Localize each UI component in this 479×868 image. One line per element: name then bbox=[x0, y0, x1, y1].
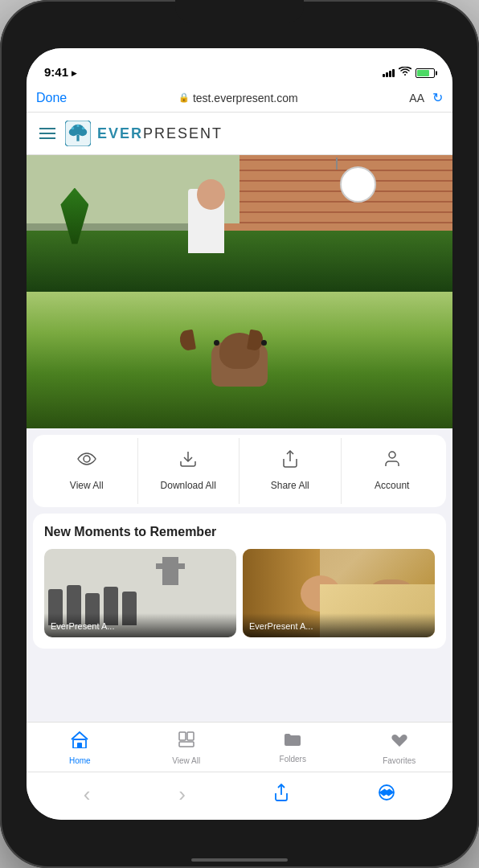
svg-rect-4 bbox=[76, 135, 79, 141]
forward-button[interactable]: › bbox=[169, 779, 195, 810]
battery-fill bbox=[417, 70, 429, 76]
svg-point-8 bbox=[84, 456, 90, 462]
content-area[interactable]: View All Download All bbox=[27, 155, 452, 722]
url-text: test.everpresent.com bbox=[193, 92, 298, 104]
download-all-button[interactable]: Download All bbox=[138, 438, 240, 504]
share-button[interactable] bbox=[264, 780, 299, 809]
account-label: Account bbox=[375, 480, 409, 493]
view-all-tab-icon bbox=[178, 731, 195, 753]
tab-favorites-label: Favorites bbox=[383, 756, 416, 765]
action-buttons: View All Download All bbox=[33, 435, 446, 507]
refresh-button[interactable]: ↻ bbox=[432, 90, 443, 105]
svg-point-2 bbox=[69, 129, 78, 137]
phone-frame: 9:41 ▸ bbox=[0, 0, 479, 868]
moment-label-1: EverPresent A... bbox=[51, 621, 114, 631]
svg-rect-13 bbox=[77, 743, 82, 748]
tree-icon bbox=[65, 121, 91, 146]
moment-card-1[interactable]: EverPresent A... bbox=[44, 549, 236, 637]
view-all-label: View All bbox=[70, 480, 104, 493]
share-all-label: Share All bbox=[271, 480, 309, 493]
text-size-button[interactable]: AA bbox=[409, 92, 424, 104]
svg-rect-15 bbox=[187, 732, 194, 740]
favorites-icon bbox=[390, 731, 409, 753]
download-all-icon bbox=[178, 449, 198, 473]
download-all-label: Download All bbox=[161, 480, 216, 493]
browser-actions: AA ↻ bbox=[409, 90, 443, 105]
phone-screen: 9:41 ▸ bbox=[27, 48, 452, 820]
tab-bar: Home View All Folders bbox=[27, 722, 452, 772]
moment-overlay-1: EverPresent A... bbox=[44, 613, 236, 637]
wifi-icon bbox=[399, 67, 411, 79]
child-scene bbox=[27, 155, 452, 292]
share-all-button[interactable]: Share All bbox=[240, 438, 342, 504]
status-bar: 9:41 ▸ bbox=[27, 48, 452, 84]
url-bar[interactable]: 🔒 test.everpresent.com bbox=[75, 92, 401, 104]
compass-button[interactable] bbox=[368, 780, 405, 809]
done-button[interactable]: Done bbox=[36, 91, 67, 105]
battery-icon bbox=[416, 68, 435, 78]
tab-view-all[interactable]: View All bbox=[133, 723, 240, 772]
tab-home-label: Home bbox=[69, 756, 91, 765]
moment-overlay-2: EverPresent A... bbox=[243, 613, 435, 637]
svg-point-3 bbox=[78, 129, 87, 137]
svg-rect-16 bbox=[179, 742, 194, 747]
view-all-icon bbox=[77, 449, 96, 473]
view-all-button[interactable]: View All bbox=[36, 438, 138, 504]
tab-folders-label: Folders bbox=[280, 755, 306, 764]
hamburger-line bbox=[39, 137, 55, 139]
tab-favorites[interactable]: Favorites bbox=[346, 723, 453, 772]
tab-folders[interactable]: Folders bbox=[240, 723, 346, 772]
tab-view-all-label: View All bbox=[172, 756, 200, 765]
dog-scene bbox=[27, 292, 452, 428]
app-header: EVERPRESENT bbox=[27, 113, 452, 155]
browser-bottom-nav: ‹ › bbox=[27, 772, 452, 820]
account-button[interactable]: Account bbox=[342, 438, 444, 504]
notch bbox=[175, 0, 304, 23]
svg-point-5 bbox=[72, 127, 74, 129]
status-icons bbox=[383, 67, 435, 79]
logo-text: EVERPRESENT bbox=[97, 125, 223, 142]
photo-child[interactable] bbox=[27, 155, 452, 292]
moments-section: New Moments to Remember bbox=[33, 514, 446, 649]
tab-home[interactable]: Home bbox=[27, 723, 133, 772]
moment-card-2[interactable]: EverPresent A... bbox=[243, 549, 435, 637]
back-button[interactable]: ‹ bbox=[74, 779, 100, 810]
cross-icon bbox=[162, 557, 178, 585]
hamburger-menu[interactable] bbox=[39, 128, 55, 139]
home-indicator bbox=[191, 858, 288, 862]
logo-area: EVERPRESENT bbox=[65, 121, 223, 146]
folders-icon bbox=[283, 731, 302, 751]
svg-point-11 bbox=[389, 452, 395, 458]
browser-bar: Done 🔒 test.everpresent.com AA ↻ bbox=[27, 84, 452, 113]
hamburger-line bbox=[39, 128, 55, 129]
svg-point-6 bbox=[76, 125, 79, 127]
status-time: 9:41 ▸ bbox=[44, 65, 76, 79]
lock-icon: 🔒 bbox=[178, 92, 190, 103]
svg-rect-14 bbox=[179, 732, 186, 740]
photo-dog[interactable] bbox=[27, 292, 452, 428]
account-icon bbox=[383, 449, 402, 473]
moments-title: New Moments to Remember bbox=[44, 525, 435, 539]
home-icon bbox=[70, 731, 89, 753]
signal-icon bbox=[383, 69, 395, 77]
moments-grid: EverPresent A... bbox=[44, 549, 435, 637]
moment-label-2: EverPresent A... bbox=[249, 621, 313, 631]
svg-point-7 bbox=[82, 127, 84, 129]
hamburger-line bbox=[39, 133, 55, 134]
share-all-icon bbox=[280, 449, 300, 473]
